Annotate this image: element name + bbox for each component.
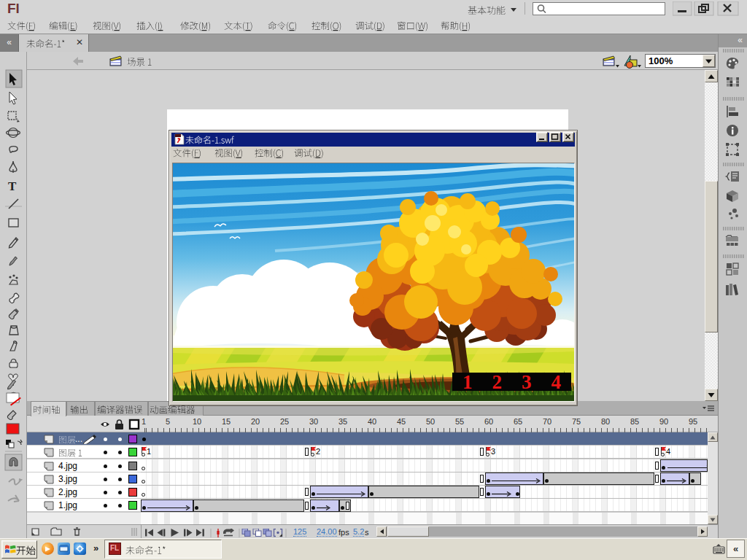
- svg-text:T: T: [8, 179, 17, 193]
- svg-text:1234: 1234: [462, 371, 574, 393]
